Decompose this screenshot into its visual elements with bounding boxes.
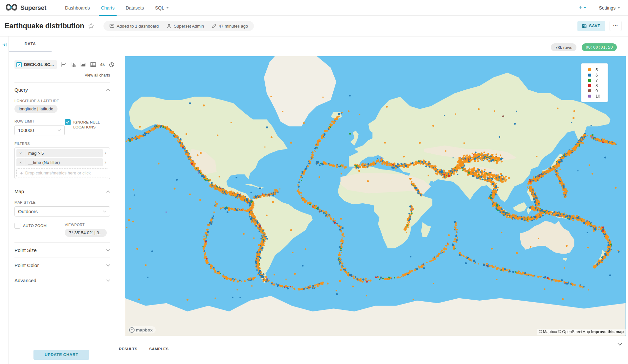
checked-checkbox-icon — [16, 62, 22, 67]
ignore-null-label: IGNORE NULL LOCATIONS — [73, 119, 110, 130]
viz-type-selected[interactable]: DECK.GL SC... — [14, 60, 57, 69]
brand-name: Superset — [20, 4, 46, 11]
owner-meta[interactable]: Superset Admin — [167, 24, 204, 29]
page-title: Earthquake distribution — [5, 22, 84, 30]
legend-item: 10 — [588, 93, 608, 99]
chevron-down-icon — [106, 249, 110, 252]
viz-type-row: DECK.GL SC... 4k — [14, 60, 110, 69]
row-limit-label: ROW LIMIT — [14, 119, 65, 123]
save-icon — [582, 24, 587, 28]
mapbox-attribution-link[interactable]: © Mapbox — [539, 330, 557, 334]
remove-filter-icon[interactable]: × — [16, 158, 25, 166]
map-attribution: © Mapbox © OpenStreetMap Improve this ma… — [537, 329, 626, 335]
dashboards-meta[interactable]: Added to 1 dashboard — [109, 24, 159, 29]
magnitude-legend: 5 6 7 8 9 10 — [581, 63, 608, 102]
osm-attribution-link[interactable]: © OpenStreetMap — [558, 330, 590, 334]
filter-chip: × mag > 5 › — [16, 149, 108, 157]
legend-swatch — [588, 95, 591, 98]
chevron-down-icon — [166, 7, 169, 9]
section-map-header[interactable]: Map — [14, 189, 110, 194]
chevron-down-icon — [103, 210, 106, 213]
table-icon[interactable] — [90, 62, 96, 67]
legend-item: 9 — [588, 88, 608, 93]
pencil-icon — [212, 24, 216, 28]
section-map: Map MAP STYLE Outdoors AUTO ZOOM — [14, 184, 110, 237]
auto-zoom-checkbox[interactable] — [14, 223, 20, 229]
expand-panel-icon[interactable] — [2, 42, 7, 47]
last-modified-meta[interactable]: 47 minutes ago — [212, 24, 248, 29]
tab-results[interactable]: RESULTS — [119, 347, 137, 351]
chevron-down-icon — [617, 7, 620, 9]
viz-type-count[interactable]: 4k — [100, 62, 105, 67]
chevron-down-icon — [106, 279, 110, 282]
chevron-right-icon[interactable]: › — [103, 159, 108, 165]
section-advanced[interactable]: Advanced — [14, 273, 110, 288]
section-point-size[interactable]: Point Size — [14, 243, 110, 258]
earthquake-points-layer — [125, 56, 626, 336]
auto-zoom-label: AUTO ZOOM — [23, 223, 47, 228]
legend-item: 8 — [588, 83, 608, 88]
plus-icon: + — [20, 170, 23, 176]
legend-item: 7 — [588, 78, 608, 83]
chevron-right-icon[interactable]: › — [103, 150, 108, 156]
nav-dashboards[interactable]: Dashboards — [65, 0, 90, 16]
area-chart-icon[interactable] — [80, 62, 86, 67]
nav-charts[interactable]: Charts — [101, 0, 114, 16]
filter-label[interactable]: __time (No filter) — [25, 158, 103, 166]
section-point-color[interactable]: Point Color — [14, 258, 110, 273]
query-timer-badge: 00:00:01.50 — [582, 43, 617, 51]
deckgl-scatter-map[interactable]: 5 6 7 8 9 10 mapbox © Mapbox © OpenStree… — [125, 56, 626, 336]
top-navbar: Superset Dashboards Charts Datasets SQL … — [0, 0, 628, 16]
nav-datasets[interactable]: Datasets — [126, 0, 144, 16]
section-query-header[interactable]: Query — [14, 87, 110, 93]
section-query: Query LONGITUDE & LATITUDE longitude | l… — [14, 82, 110, 179]
filters-label: FILTERS — [14, 142, 110, 146]
datasource-collapse-strip — [0, 36, 9, 364]
line-chart-icon[interactable] — [61, 62, 66, 67]
filter-dropzone[interactable]: + Drop columns/metrics here or click — [16, 168, 108, 177]
explore-content: DATA DECK.GL SC... 4k View all charts — [0, 36, 628, 364]
settings-menu[interactable]: Settings — [599, 5, 620, 11]
lon-lat-chip[interactable]: longitude | latitude — [14, 105, 57, 113]
legend-swatch — [588, 79, 591, 82]
tab-samples[interactable]: SAMPLES — [149, 347, 168, 351]
superset-logo[interactable]: Superset — [5, 3, 46, 12]
mapbox-logo[interactable]: mapbox — [128, 326, 156, 333]
map-style-select[interactable]: Outdoors — [14, 206, 110, 216]
chart-area: 73k rows 00:00:01.50 5 6 7 8 9 10 mapbox… — [114, 36, 628, 364]
chart-header: Earthquake distribution Added to 1 dashb… — [0, 16, 628, 36]
legend-swatch — [588, 84, 591, 87]
more-options-button[interactable]: ··· — [610, 21, 621, 31]
results-tabbar: RESULTS SAMPLES — [119, 344, 628, 354]
legend-swatch — [588, 74, 591, 77]
update-chart-button[interactable]: UPDATE CHART — [34, 350, 89, 360]
legend-swatch — [588, 89, 591, 92]
filter-chip: × __time (No filter) › — [16, 158, 108, 166]
bar-chart-icon[interactable] — [71, 62, 76, 67]
chevron-up-icon — [106, 89, 110, 91]
filter-label[interactable]: mag > 5 — [25, 149, 103, 157]
favorite-star-icon[interactable] — [88, 23, 94, 30]
save-button[interactable]: SAVE — [577, 21, 605, 31]
new-item-button[interactable]: + — [579, 4, 586, 11]
collapse-results-icon[interactable] — [617, 343, 622, 346]
control-panel: DATA DECK.GL SC... 4k View all charts — [9, 36, 114, 364]
map-style-label: MAP STYLE — [14, 200, 110, 204]
pie-chart-icon[interactable] — [109, 62, 114, 67]
remove-filter-icon[interactable]: × — [16, 149, 25, 157]
improve-map-link[interactable]: Improve this map — [591, 330, 624, 334]
lon-lat-label: LONGITUDE & LATITUDE — [14, 99, 110, 103]
nav-sql[interactable]: SQL — [155, 0, 169, 16]
row-limit-select[interactable]: 100000 — [14, 125, 65, 135]
viewport-chip[interactable]: 7° 35' 54.02" | 3... — [65, 229, 107, 237]
legend-item: 6 — [588, 72, 608, 78]
view-all-charts-link[interactable]: View all charts — [14, 73, 110, 78]
user-icon — [167, 24, 171, 29]
chevron-up-icon — [106, 190, 110, 193]
filters-container: × mag > 5 › × __time (No filter) › + Dro… — [14, 148, 110, 179]
viewport-label: VIEWPORT — [65, 223, 110, 227]
chevron-down-icon — [106, 264, 110, 267]
ignore-null-checkbox[interactable] — [65, 119, 71, 125]
tab-data[interactable]: DATA — [9, 36, 52, 52]
viz-type-name: DECK.GL SC... — [24, 62, 54, 67]
